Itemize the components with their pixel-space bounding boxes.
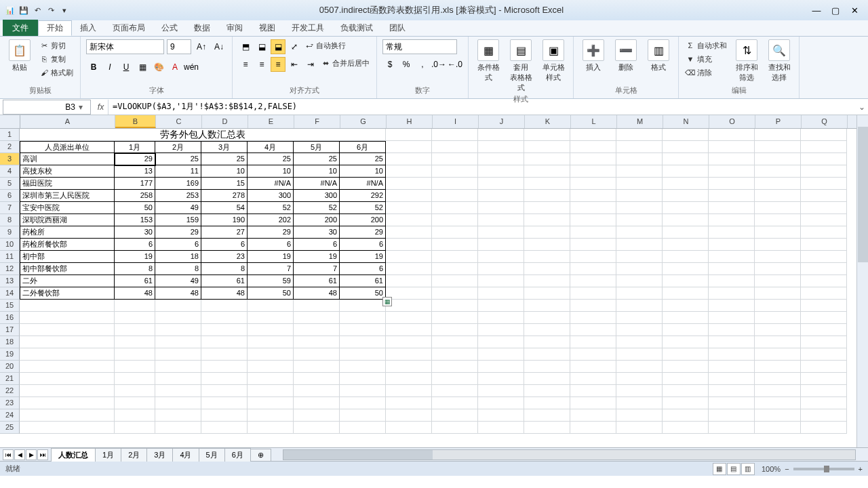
cell-O22[interactable] xyxy=(709,385,755,397)
cell-E3[interactable]: 25 xyxy=(248,153,294,165)
phonetic-button[interactable]: wén xyxy=(184,60,199,75)
indent-inc-icon[interactable]: ⇥ xyxy=(303,57,318,72)
cell-A17[interactable] xyxy=(20,324,115,336)
cell-J15[interactable] xyxy=(478,300,524,312)
row-header-24[interactable]: 24 xyxy=(0,409,20,422)
cell-C14[interactable]: 48 xyxy=(155,287,201,300)
cell-E15[interactable] xyxy=(248,300,294,312)
ribbon-tab-3[interactable]: 公式 xyxy=(153,20,186,36)
cell-Q21[interactable] xyxy=(801,373,847,385)
cell-J22[interactable] xyxy=(478,385,524,397)
cell-I12[interactable] xyxy=(432,263,478,275)
cell-C2[interactable]: 2月 xyxy=(155,141,201,153)
cell-L21[interactable] xyxy=(570,373,616,385)
insert-cells-button[interactable]: ➕插入 xyxy=(579,39,608,73)
cell-N1[interactable] xyxy=(663,129,709,141)
cell-C23[interactable] xyxy=(155,397,201,409)
cell-J8[interactable] xyxy=(478,214,524,226)
cell-E22[interactable] xyxy=(248,385,294,397)
cell-M8[interactable] xyxy=(616,214,663,226)
cell-D17[interactable] xyxy=(201,324,248,336)
row-header-14[interactable]: 14 xyxy=(0,287,20,300)
cell-P8[interactable] xyxy=(755,214,801,226)
cell-P15[interactable] xyxy=(755,300,801,312)
cell-E9[interactable]: 29 xyxy=(248,226,294,239)
cell-A20[interactable] xyxy=(20,361,115,373)
row-header-13[interactable]: 13 xyxy=(0,275,20,287)
paste-button[interactable]: 📋粘贴 xyxy=(5,39,34,73)
cell-E24[interactable] xyxy=(248,409,294,422)
font-size-select[interactable] xyxy=(167,39,191,54)
cell-Q23[interactable] xyxy=(801,397,847,409)
percent-icon[interactable]: % xyxy=(399,57,414,72)
cell-I19[interactable] xyxy=(432,348,478,361)
row-header-25[interactable]: 25 xyxy=(0,422,20,434)
cell-Q7[interactable] xyxy=(801,202,847,214)
cell-G7[interactable]: 52 xyxy=(340,202,386,214)
cell-C12[interactable]: 8 xyxy=(155,263,201,275)
cell-O9[interactable] xyxy=(709,226,755,239)
cell-F22[interactable] xyxy=(294,385,340,397)
col-header-D[interactable]: D xyxy=(202,115,248,128)
cell-C3[interactable]: 25 xyxy=(155,153,201,165)
row-header-8[interactable]: 8 xyxy=(0,214,20,226)
cell-G4[interactable]: 10 xyxy=(340,165,386,178)
cell-H20[interactable] xyxy=(386,361,432,373)
cell-C10[interactable]: 6 xyxy=(155,239,201,251)
cell-L6[interactable] xyxy=(570,190,616,202)
page-layout-view-icon[interactable]: ▤ xyxy=(727,463,741,475)
wrap-text-button[interactable]: ⮐自动换行 xyxy=(303,39,347,52)
cell-H16[interactable] xyxy=(386,312,432,324)
cell-Q2[interactable] xyxy=(801,141,847,153)
cell-A19[interactable] xyxy=(20,348,115,361)
cell-I10[interactable] xyxy=(432,239,478,251)
new-sheet-button[interactable]: ⊕ xyxy=(250,449,271,461)
cell-A5[interactable]: 福田医院 xyxy=(20,178,115,190)
cell-B7[interactable]: 50 xyxy=(115,202,155,214)
cell-A9[interactable]: 药检所 xyxy=(20,226,115,239)
cell-I5[interactable] xyxy=(432,178,478,190)
cell-P10[interactable] xyxy=(755,239,801,251)
cell-J7[interactable] xyxy=(478,202,524,214)
cell-G24[interactable] xyxy=(340,409,386,422)
cell-N16[interactable] xyxy=(663,312,709,324)
border-button[interactable]: ▦ xyxy=(135,60,150,75)
cell-L9[interactable] xyxy=(570,226,616,239)
cell-K17[interactable] xyxy=(524,324,570,336)
cell-M6[interactable] xyxy=(616,190,663,202)
cell-O18[interactable] xyxy=(709,336,755,348)
cell-G22[interactable] xyxy=(340,385,386,397)
cell-L19[interactable] xyxy=(570,348,616,361)
cell-I23[interactable] xyxy=(432,397,478,409)
cell-G17[interactable] xyxy=(340,324,386,336)
cell-G23[interactable] xyxy=(340,397,386,409)
cell-C4[interactable]: 11 xyxy=(155,165,201,178)
cell-A23[interactable] xyxy=(20,397,115,409)
cell-L13[interactable] xyxy=(570,275,616,287)
number-format-select[interactable] xyxy=(382,39,457,54)
minimize-icon[interactable]: — xyxy=(808,3,825,17)
row-header-16[interactable]: 16 xyxy=(0,312,20,324)
cell-E12[interactable]: 7 xyxy=(248,263,294,275)
cell-P19[interactable] xyxy=(755,348,801,361)
cell-Q25[interactable] xyxy=(801,422,847,434)
cell-E14[interactable]: 50 xyxy=(248,287,294,300)
cell-L23[interactable] xyxy=(570,397,616,409)
cell-D14[interactable]: 48 xyxy=(201,287,248,300)
row-header-19[interactable]: 19 xyxy=(0,348,20,361)
cell-D12[interactable]: 8 xyxy=(201,263,248,275)
cell-N15[interactable] xyxy=(663,300,709,312)
cell-L20[interactable] xyxy=(570,361,616,373)
cell-G3[interactable]: 25 xyxy=(340,153,386,165)
zoom-thumb[interactable] xyxy=(824,466,829,472)
cell-E21[interactable] xyxy=(248,373,294,385)
cell-F18[interactable] xyxy=(294,336,340,348)
cell-F21[interactable] xyxy=(294,373,340,385)
cell-Q22[interactable] xyxy=(801,385,847,397)
cell-O17[interactable] xyxy=(709,324,755,336)
cell-B23[interactable] xyxy=(115,397,155,409)
underline-button[interactable]: U xyxy=(119,60,134,75)
horizontal-scrollbar[interactable] xyxy=(283,449,856,460)
cell-P16[interactable] xyxy=(755,312,801,324)
cell-F13[interactable]: 61 xyxy=(294,275,340,287)
